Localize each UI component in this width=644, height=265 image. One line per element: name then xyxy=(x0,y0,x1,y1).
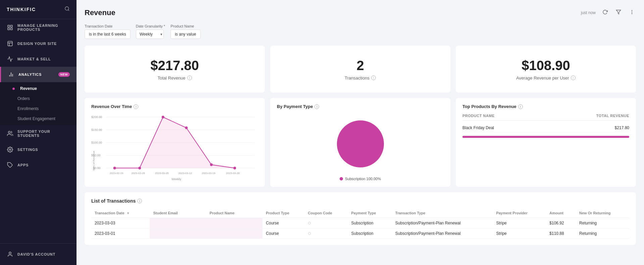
cell-coupon-2 xyxy=(305,228,348,239)
filter-bar: Transaction Date is in the last 6 weeks … xyxy=(85,24,636,39)
transactions-label: Transactions i xyxy=(345,75,376,81)
col-header-amount: Amount xyxy=(546,208,576,218)
legend-label-subscription: Subscription 100.00% xyxy=(345,177,381,181)
svg-text:2023-02-26: 2023-02-26 xyxy=(131,172,145,175)
main-content: Revenue just now Transaction Date is in … xyxy=(77,0,644,265)
subnav-item-student-engagement[interactable]: Student Engagement xyxy=(0,114,77,124)
sidebar-item-label: SETTINGS xyxy=(17,148,38,152)
account-section: DAVID'S ACCOUNT xyxy=(0,243,77,265)
col-total-revenue: Total Revenue xyxy=(596,114,629,118)
metric-card-avg-revenue: $108.90 Average Revenue per User i xyxy=(456,46,636,93)
pie-chart-svg xyxy=(330,114,391,174)
date-granularity-select-wrap: Weekly Daily Monthly xyxy=(136,30,165,39)
sidebar-item-label: MANAGE LEARNING PRODUCTS xyxy=(17,23,70,32)
svg-point-15 xyxy=(9,252,11,254)
sidebar-item-analytics[interactable]: ANALYTICS NEW xyxy=(0,67,77,82)
cell-date-2: 2023-03-01 xyxy=(91,228,150,239)
transactions-list-info-icon[interactable]: i xyxy=(137,199,142,203)
avg-revenue-label: Average Revenue per User i xyxy=(516,75,575,81)
sidebar-item-label: APPS xyxy=(17,163,29,167)
cell-product-1 xyxy=(206,218,262,228)
puzzle-icon xyxy=(7,162,13,168)
col-header-new-returning: New or Returning xyxy=(576,208,629,218)
product-name-chip[interactable]: is any value xyxy=(170,30,200,39)
cell-returning-1: Returning xyxy=(576,218,629,228)
transactions-card: List of Transactions i Transaction Date … xyxy=(85,192,636,245)
svg-point-36 xyxy=(210,163,213,166)
dot-icon xyxy=(308,222,311,224)
col-header-student-email: Student Email xyxy=(150,208,206,218)
svg-text:$150.00: $150.00 xyxy=(91,128,102,131)
transactions-title: List of Transactions i xyxy=(91,198,629,204)
sidebar-item-support-students[interactable]: SUPPORT YOUR STUDENTS xyxy=(0,125,77,142)
sidebar-item-design-site[interactable]: DESIGN YOUR SITE xyxy=(0,36,77,51)
svg-line-1 xyxy=(68,10,69,11)
svg-point-18 xyxy=(632,12,632,12)
by-payment-type-info-icon[interactable]: i xyxy=(314,104,319,109)
transactions-value: 2 xyxy=(356,58,364,73)
charts-row: Revenue Over Time i $200.00 $150.00 $100… xyxy=(85,98,636,187)
svg-point-17 xyxy=(632,10,632,11)
svg-text:Sum of Revenue: Sum of Revenue xyxy=(92,151,95,171)
layout-icon xyxy=(7,40,13,47)
cell-amount-1: $106.92 xyxy=(546,218,576,228)
svg-rect-3 xyxy=(11,25,12,27)
cell-product-2 xyxy=(206,228,262,239)
metrics-row: $217.80 Total Revenue i 2 Transactions i… xyxy=(85,46,636,93)
cell-provider-2: Stripe xyxy=(493,228,546,239)
timestamp: just now xyxy=(581,10,596,15)
revenue-over-time-info-icon[interactable]: i xyxy=(134,104,138,109)
transaction-date-chip[interactable]: is in the last 6 weeks xyxy=(85,30,131,39)
svg-point-32 xyxy=(113,167,116,169)
svg-rect-6 xyxy=(8,41,12,46)
grid-icon xyxy=(7,24,13,31)
sidebar-item-settings[interactable]: SETTINGS xyxy=(0,142,77,157)
top-product-name: Black Friday Deal xyxy=(462,125,494,130)
cell-amount-2: $110.88 xyxy=(546,228,576,239)
date-granularity-select[interactable]: Weekly Daily Monthly xyxy=(136,30,164,39)
top-product-bar-container xyxy=(462,132,629,140)
subnav-item-revenue[interactable]: Revenue xyxy=(0,84,77,94)
avg-revenue-info-icon[interactable]: i xyxy=(571,75,576,80)
svg-text:$200.00: $200.00 xyxy=(91,115,102,119)
cell-returning-2: Returning xyxy=(576,228,629,239)
col-header-coupon-code: Coupon Code xyxy=(305,208,348,218)
table-row: 2023-03-03 Course Subscription Subscript… xyxy=(91,218,629,228)
sidebar-item-label: DESIGN YOUR SITE xyxy=(17,42,57,46)
more-options-button[interactable] xyxy=(628,8,636,17)
search-icon[interactable] xyxy=(64,6,70,13)
top-products-info-icon[interactable]: i xyxy=(518,104,523,109)
sidebar-item-manage-learning[interactable]: MANAGE LEARNING PRODUCTS xyxy=(0,19,77,36)
sidebar-item-market-sell[interactable]: MARKET & SELL xyxy=(0,51,77,67)
cell-payment-type-1: Subscription xyxy=(348,218,392,228)
sort-icon: ▼ xyxy=(127,211,130,215)
top-product-bar xyxy=(462,136,629,138)
page-title: Revenue xyxy=(85,8,115,17)
subnav-item-enrollments[interactable]: Enrollments xyxy=(0,104,77,114)
page-header: Revenue just now xyxy=(85,8,636,17)
sidebar-item-apps[interactable]: APPS xyxy=(0,157,77,173)
svg-point-0 xyxy=(65,7,69,10)
cell-product-type-2: Course xyxy=(262,228,304,239)
cell-email-2 xyxy=(150,228,206,239)
sidebar-item-account[interactable]: DAVID'S ACCOUNT xyxy=(0,248,77,261)
filter-button[interactable] xyxy=(614,8,623,17)
sidebar-item-label: MARKET & SELL xyxy=(17,57,51,61)
cell-coupon-1 xyxy=(305,218,348,228)
account-label: DAVID'S ACCOUNT xyxy=(17,252,55,256)
col-header-payment-type: Payment Type xyxy=(348,208,392,218)
total-revenue-info-icon[interactable]: i xyxy=(187,75,192,80)
analytics-icon xyxy=(8,71,14,78)
cell-transaction-type-2: Subscription/Payment-Plan Renewal xyxy=(392,228,493,239)
refresh-button[interactable] xyxy=(601,8,609,17)
header-actions: just now xyxy=(581,8,636,17)
svg-text:$100.00: $100.00 xyxy=(91,141,102,144)
svg-text:2023-03-12: 2023-03-12 xyxy=(178,172,192,175)
account-icon xyxy=(7,251,13,258)
svg-point-19 xyxy=(632,13,632,14)
subnav-item-orders[interactable]: Orders xyxy=(0,94,77,104)
table-header: Transaction Date ▼ Student Email Product… xyxy=(91,208,629,218)
col-header-transaction-date[interactable]: Transaction Date ▼ xyxy=(91,208,150,218)
transactions-info-icon[interactable]: i xyxy=(371,75,376,80)
svg-text:2023-03-19: 2023-03-19 xyxy=(202,172,215,175)
